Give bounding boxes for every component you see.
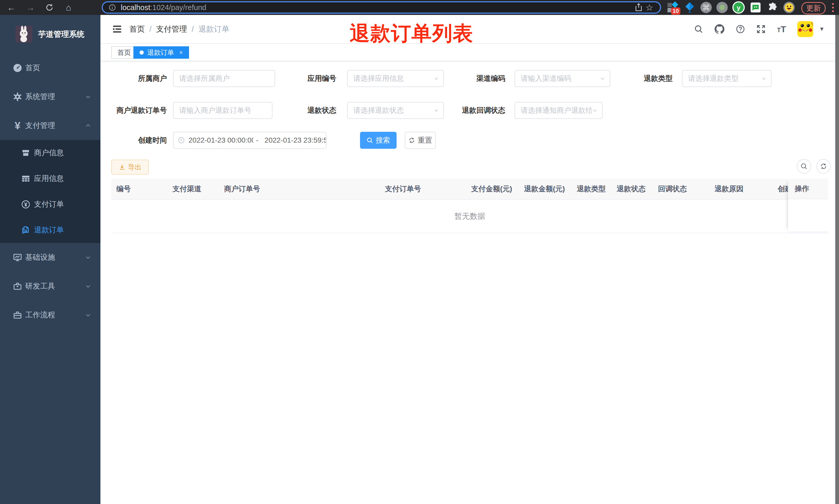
sidebar-item-label: 应用信息 xyxy=(34,174,64,184)
sidebar-item-home[interactable]: 首页 xyxy=(0,54,101,83)
chevron-down-icon xyxy=(85,94,91,100)
url-text[interactable]: localhost:1024/pay/refund xyxy=(121,3,632,12)
extension-tabs-icon[interactable]: 10 xyxy=(666,1,679,14)
table-grid-icon xyxy=(19,174,33,183)
export-button[interactable]: 导出 xyxy=(111,160,149,175)
placeholder: 请输入商户退款订单号 xyxy=(179,106,272,115)
tag-label: 退款订单 xyxy=(147,48,174,57)
refund-status-select[interactable]: 请选择退款状态 xyxy=(347,102,444,119)
refresh-icon xyxy=(820,163,827,170)
merchant-refund-no-input[interactable]: 请输入商户退款订单号 xyxy=(173,102,272,119)
sidebar-item-merchant-info[interactable]: 商户信息 xyxy=(0,140,101,166)
yen-circle-icon xyxy=(19,200,33,209)
breadcrumb-separator: / xyxy=(149,25,151,34)
browser-back-button[interactable]: ← xyxy=(4,2,19,13)
sidebar-item-payment[interactable]: ¥ 支付管理 xyxy=(0,111,101,140)
toggle-search-button[interactable] xyxy=(797,159,811,174)
chevron-down-icon xyxy=(761,75,767,82)
dashboard-icon xyxy=(10,63,25,73)
caret-down-icon[interactable]: ▼ xyxy=(819,26,825,32)
bookmark-star-icon[interactable]: ☆ xyxy=(646,2,653,13)
tag-refund-order[interactable]: 退款订单 × xyxy=(133,46,189,59)
extension-record-icon[interactable] xyxy=(716,2,728,13)
address-bar[interactable]: localhost:1024/pay/refund ☆ xyxy=(102,1,661,14)
browser-home-button[interactable]: ⌂ xyxy=(61,2,76,13)
callback-status-select[interactable]: 请选择通知商户退款结果 xyxy=(515,102,603,119)
filter-label-create-time: 创建时间 xyxy=(111,132,167,149)
browser-extensions: 10 ⌘ y xyxy=(666,0,795,15)
sidebar-item-label: 商户信息 xyxy=(34,148,64,158)
extension-puzzle-icon[interactable] xyxy=(766,1,779,14)
refund-table: 编号 支付渠道 商户订单号 支付订单号 支付金额(元) 退款金额(元) 退款类型… xyxy=(111,179,828,233)
merchant-select[interactable]: 请选择所属商户 xyxy=(173,70,275,87)
app-select[interactable]: 请选择应用信息 xyxy=(347,70,444,87)
breadcrumb-payment[interactable]: 支付管理 xyxy=(156,24,187,35)
placeholder: 请选择所属商户 xyxy=(179,74,274,84)
fullscreen-icon[interactable] xyxy=(756,24,766,34)
sidebar-item-pay-order[interactable]: 支付订单 xyxy=(0,192,101,217)
gear-icon xyxy=(10,92,25,102)
sidebar: 芋道管理系统 首页 系统管理 ¥ 支付管理 xyxy=(0,15,101,504)
col-refund-type: 退款类型 xyxy=(572,179,612,199)
user-avatar[interactable] xyxy=(797,21,813,37)
sidebar-item-workflow[interactable]: 工作流程 xyxy=(0,301,101,329)
breadcrumb-home[interactable]: 首页 xyxy=(129,24,145,35)
range-separator: - xyxy=(256,136,258,144)
browser-menu-icon[interactable] xyxy=(831,2,835,13)
filter-label-channel: 渠道编码 xyxy=(450,70,505,87)
reload-icon xyxy=(45,3,54,12)
sidebar-item-infra[interactable]: 基础设施 xyxy=(0,243,101,272)
extension-badge: 10 xyxy=(671,7,680,15)
yen-icon: ¥ xyxy=(10,120,25,131)
close-icon[interactable]: × xyxy=(179,49,183,56)
help-icon[interactable] xyxy=(736,24,745,34)
chevron-down-icon xyxy=(85,254,91,260)
browser-update-button[interactable]: 更新 xyxy=(801,2,826,14)
extension-chat-icon[interactable] xyxy=(749,1,762,14)
browser-reload-button[interactable] xyxy=(42,2,57,13)
svg-text:y: y xyxy=(737,4,740,12)
app-logo-row[interactable]: 芋道管理系统 xyxy=(0,15,101,54)
export-button-label: 导出 xyxy=(128,163,141,172)
refund-type-select[interactable]: 请选择退款类型 xyxy=(682,70,771,87)
share-icon[interactable] xyxy=(632,3,646,12)
font-size-icon[interactable]: TT xyxy=(777,24,786,34)
navbar-actions: TT ▼ xyxy=(694,15,825,43)
create-time-range-picker[interactable]: 2022-01-23 00:00:00 - 2022-01-23 23:59:5… xyxy=(173,132,326,149)
sidebar-item-system[interactable]: 系统管理 xyxy=(0,83,101,111)
sidebar-item-dev-tools[interactable]: 研发工具 xyxy=(0,272,101,301)
channel-select[interactable]: 请输入渠道编码 xyxy=(515,70,610,87)
storefront-icon xyxy=(19,148,33,157)
window-scrollbar[interactable] xyxy=(835,15,839,504)
placeholder: 请选择退款状态 xyxy=(353,106,433,115)
refresh-table-button[interactable] xyxy=(816,159,831,174)
fixed-operation-column: 操作 xyxy=(788,179,828,233)
payment-submenu: 商户信息 应用信息 支付订单 退款订单 xyxy=(0,140,101,243)
search-icon xyxy=(367,137,373,144)
app-title: 芋道管理系统 xyxy=(38,29,85,40)
extension-emoji-icon[interactable] xyxy=(783,2,795,13)
sidebar-item-refund-order[interactable]: 退款订单 xyxy=(0,217,101,243)
site-info-icon[interactable] xyxy=(108,4,116,11)
briefcase-icon xyxy=(10,310,25,320)
extension-command-icon[interactable]: ⌘ xyxy=(700,2,712,13)
tag-home[interactable]: 首页 xyxy=(111,46,137,59)
browser-forward-button[interactable]: → xyxy=(23,2,38,13)
extension-y-icon[interactable]: y xyxy=(732,1,745,14)
sidebar-collapse-icon[interactable] xyxy=(111,23,123,36)
sidebar-item-app-info[interactable]: 应用信息 xyxy=(0,166,101,192)
col-id: 编号 xyxy=(111,179,167,199)
search-button[interactable]: 搜索 xyxy=(360,132,397,149)
search-icon[interactable] xyxy=(694,24,703,34)
placeholder: 请选择通知商户退款结果 xyxy=(521,106,592,115)
extension-kite-icon[interactable] xyxy=(683,1,696,14)
reset-button[interactable]: 重置 xyxy=(405,132,436,149)
sidebar-item-label: 工作流程 xyxy=(25,310,55,320)
filter-label-merchant-refund-no: 商户退款订单号 xyxy=(111,102,167,119)
range-end-value: 2022-01-23 23:59:59 xyxy=(265,136,326,144)
col-callback-status: 回调状态 xyxy=(653,179,710,199)
placeholder: 请选择退款类型 xyxy=(688,74,761,84)
chevron-down-icon xyxy=(85,283,91,289)
sidebar-item-label: 基础设施 xyxy=(25,252,55,263)
github-icon[interactable] xyxy=(715,24,725,34)
